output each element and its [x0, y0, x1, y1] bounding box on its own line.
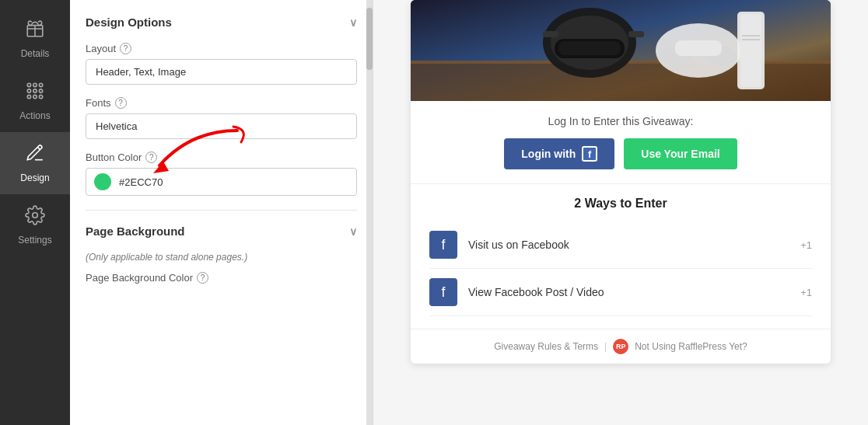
button-color-input-row[interactable]: #2ECC70 — [86, 168, 357, 196]
svg-point-4 — [27, 83, 30, 86]
page-bg-title: Page Background ∨ — [86, 225, 357, 238]
svg-point-1 — [33, 83, 37, 86]
svg-point-2 — [33, 89, 37, 92]
entry-text-view-post: View Facebook Post / Video — [468, 286, 789, 298]
svg-point-8 — [39, 89, 42, 92]
scrollbar-thumb[interactable] — [366, 8, 373, 70]
svg-rect-26 — [742, 39, 760, 40]
sidebar-item-details[interactable]: Details — [0, 8, 70, 70]
button-color-swatch[interactable] — [94, 173, 111, 190]
svg-rect-22 — [558, 41, 621, 55]
svg-point-3 — [33, 95, 37, 98]
sidebar-item-settings[interactable]: Settings — [0, 194, 70, 256]
sidebar-item-settings-label: Settings — [18, 235, 51, 246]
sidebar-item-design-label: Design — [20, 172, 49, 183]
design-options-title: Design Options ∨ — [86, 16, 357, 29]
sidebar-item-actions-label: Actions — [19, 110, 50, 121]
login-section: Log In to Enter this Giveaway: Login wit… — [411, 101, 831, 184]
layout-label: Layout ? — [86, 43, 357, 54]
svg-rect-28 — [628, 31, 644, 37]
login-prompt: Log In to Enter this Giveaway: — [429, 115, 812, 127]
fonts-input[interactable] — [86, 113, 357, 139]
entry-text-visit-fb: Visit us on Facebook — [468, 239, 789, 251]
entry-item-visit-fb[interactable]: f Visit us on Facebook +1 — [429, 221, 812, 269]
svg-rect-18 — [675, 40, 722, 56]
fonts-help-icon[interactable]: ? — [115, 97, 127, 109]
giveaway-image — [411, 0, 831, 101]
page-background-section: Page Background ∨ (Only applicable to st… — [86, 225, 357, 284]
login-buttons: Login with f Use Your Email — [429, 138, 812, 169]
giveaway-card: Log In to Enter this Giveaway: Login wit… — [411, 0, 831, 364]
design-icon — [25, 143, 45, 168]
login-facebook-button[interactable]: Login with f — [504, 138, 614, 169]
svg-point-10 — [33, 213, 38, 218]
giveaway-rules-link[interactable]: Giveaway Rules & Terms — [494, 341, 598, 352]
button-color-value: #2ECC70 — [119, 176, 163, 188]
svg-point-9 — [39, 95, 42, 98]
sidebar-item-design[interactable]: Design — [0, 132, 70, 194]
entry-facebook-icon-1: f — [429, 231, 457, 259]
entry-points-view-post: +1 — [800, 287, 812, 298]
page-bg-color-help-icon[interactable]: ? — [197, 272, 208, 284]
entry-facebook-icon-2: f — [429, 278, 457, 306]
footer-divider: | — [604, 341, 607, 352]
giveaway-footer: Giveaway Rules & Terms | RP Not Using Ra… — [411, 329, 831, 364]
sidebar-item-actions[interactable]: Actions — [0, 70, 70, 132]
design-options-chevron[interactable]: ∨ — [349, 16, 357, 29]
button-color-label: Button Color ? — [86, 152, 357, 163]
login-email-button[interactable]: Use Your Email — [624, 138, 737, 169]
actions-icon — [25, 81, 45, 106]
facebook-icon: f — [582, 146, 597, 162]
ways-to-enter: 2 Ways to Enter f Visit us on Facebook +… — [411, 184, 831, 329]
page-bg-color-label: Page Background Color ? — [86, 272, 357, 284]
scrollbar-track[interactable] — [366, 0, 373, 425]
not-using-label: Not Using RafflePress Yet? — [635, 341, 747, 352]
main-content: Design Options ∨ Layout ? Fonts ? Button… — [70, 0, 868, 425]
options-panel: Design Options ∨ Layout ? Fonts ? Button… — [70, 0, 373, 425]
page-bg-chevron[interactable]: ∨ — [349, 225, 357, 238]
svg-point-7 — [39, 83, 42, 86]
entry-item-view-post[interactable]: f View Facebook Post / Video +1 — [429, 269, 812, 316]
sidebar-item-details-label: Details — [21, 48, 50, 59]
svg-point-6 — [27, 95, 30, 98]
rafflepress-logo: RP — [613, 339, 628, 354]
ways-title: 2 Ways to Enter — [429, 197, 812, 211]
svg-point-5 — [27, 89, 30, 92]
layout-help-icon[interactable]: ? — [120, 43, 131, 54]
preview-panel: Log In to Enter this Giveaway: Login wit… — [373, 0, 868, 425]
login-email-label: Use Your Email — [641, 148, 719, 160]
settings-icon — [25, 205, 45, 230]
svg-rect-24 — [740, 14, 761, 87]
page-bg-note: (Only applicable to stand alone pages.) — [86, 252, 357, 263]
button-color-help-icon[interactable]: ? — [145, 152, 157, 163]
svg-rect-25 — [742, 35, 760, 37]
fonts-label: Fonts ? — [86, 97, 357, 109]
entry-points-visit-fb: +1 — [800, 239, 812, 251]
gift-icon — [25, 19, 45, 44]
login-facebook-label: Login with — [521, 148, 576, 160]
section-divider — [86, 210, 357, 211]
sidebar: Details Actions Design — [0, 0, 70, 425]
layout-input[interactable] — [86, 59, 357, 85]
svg-rect-27 — [543, 31, 558, 37]
